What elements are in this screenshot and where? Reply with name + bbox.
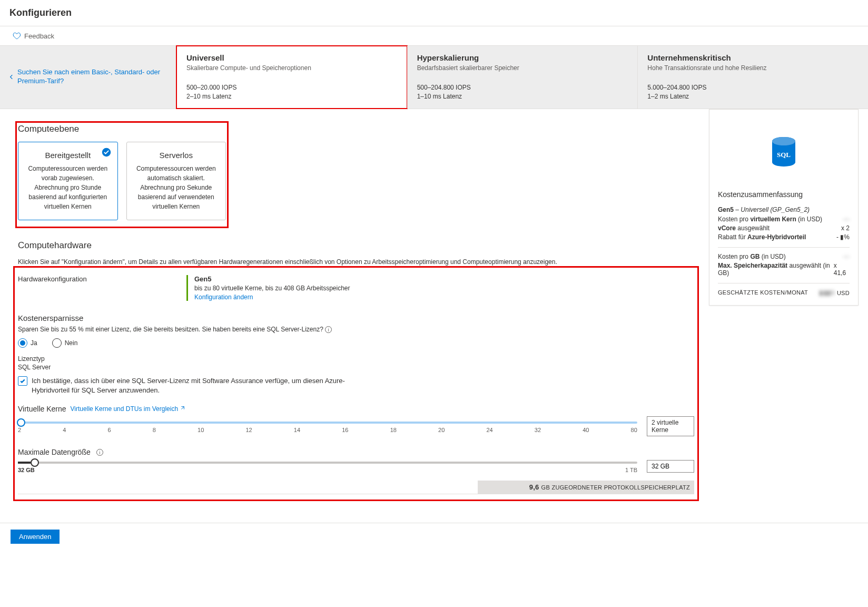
page-title: Konfigurieren [9, 7, 859, 18]
selected-check-icon [102, 148, 111, 157]
tier-spec-iops: 5.000–204.800 IOPS [647, 83, 859, 92]
cost-total: GESCHÄTZTE KOSTEN/MONAT ▮▮▮9USD [718, 289, 850, 297]
sql-database-icon: SQL [770, 136, 798, 168]
radio-nein[interactable]: Nein [52, 338, 78, 348]
page-header: Konfigurieren [0, 0, 868, 26]
tier-spec-latency: 1–2 ms Latenz [647, 92, 859, 101]
tier-title: Hyperskalierung [417, 53, 628, 62]
tier-subtitle: Skalierbare Compute- und Speicheroptione… [186, 64, 398, 72]
license-type-value: SQL Server [18, 364, 694, 371]
hw-spec: bis zu 80 virtuelle Kerne, bis zu 408 GB… [194, 285, 350, 292]
license-type-label: Lizenztyp [18, 355, 694, 363]
compute-hw-desc: Klicken Sie auf "Konfiguration ändern", … [18, 258, 694, 266]
compute-card-line1: Computeressourcen werden vorab zugewiese… [25, 164, 111, 183]
compute-card-line2: Abrechnung pro Sekunde basierend auf ver… [133, 183, 220, 211]
cost-heading: Kostenzusammenfassung [718, 190, 850, 199]
tier-spec-latency: 1–10 ms Latenz [417, 92, 628, 101]
cost-max-storage: Max. Speicherkapazität ausgewählt (in GB… [718, 262, 850, 277]
svg-point-2 [772, 137, 795, 145]
tier-universell[interactable]: Universell Skalierbare Compute- und Spei… [176, 46, 407, 109]
log-allocation-bar: 9,6 GB ZUGEORDNETER PROTOKOLLSPEICHERPLA… [18, 481, 694, 494]
datasize-slider-track[interactable] [18, 462, 637, 464]
cost-per-core: Kosten pro virtuellem Kern (in USD) — [718, 216, 850, 223]
vcores-ticks: 246810121416182024324080 [18, 427, 637, 433]
datasize-ticks: 32 GB 1 TB [18, 467, 637, 473]
vcores-slider-thumb[interactable] [17, 418, 25, 427]
compute-card-line2: Abrechnung pro Stunde basierend auf konf… [25, 183, 111, 211]
info-icon[interactable]: i [96, 449, 103, 456]
hw-config-label: Hardwarekonfiguration [18, 275, 165, 301]
compute-card-serverlos[interactable]: Serverlos Computeressourcen werden autom… [126, 142, 226, 220]
datasize-value-input[interactable] [647, 460, 694, 473]
apply-button[interactable]: Anwenden [11, 530, 60, 544]
tier-hyperskalierung[interactable]: Hyperskalierung Bedarfsbasiert skalierba… [407, 46, 638, 109]
vcores-heading: Virtuelle Kerne [18, 405, 66, 413]
feedback-link[interactable]: Feedback [0, 26, 868, 45]
info-icon[interactable]: i [325, 326, 332, 333]
datasize-heading: Maximale Datengröße [18, 448, 91, 456]
tier-title: Universell [186, 53, 398, 62]
hw-name: Gen5 [194, 275, 350, 283]
confirm-checkbox[interactable] [18, 376, 27, 386]
vcores-compare-link[interactable]: Virtuelle Kerne und DTUs im Vergleich [71, 405, 185, 413]
compute-card-bereitgestellt[interactable]: Bereitgestellt Computeressourcen werden … [18, 142, 118, 220]
svg-text:SQL: SQL [777, 151, 791, 159]
cost-summary-panel: SQL Kostenzusammenfassung Gen5 – Univers… [709, 109, 859, 306]
change-config-link[interactable]: Konfiguration ändern [194, 293, 350, 301]
tier-subtitle: Bedarfsbasiert skalierbarer Speicher [417, 64, 628, 72]
compute-tier-heading: Computeebene [18, 124, 226, 134]
savings-heading: Kostenersparnisse [18, 314, 694, 322]
tier-spec-iops: 500–20.000 IOPS [186, 83, 398, 92]
tier-spec-iops: 500–204.800 IOPS [417, 83, 628, 92]
cost-hybrid-discount: Rabatt für Azure-Hybridvorteil - ▮% [718, 233, 850, 241]
savings-desc: Sparen Sie bis zu 55 % mit einer Lizenz,… [18, 326, 694, 333]
radio-ja-label: Ja [31, 339, 37, 347]
compute-card-line1: Computeressourcen werden automatisch ska… [133, 164, 220, 183]
tier-spec-latency: 2–10 ms Latenz [186, 92, 398, 101]
feedback-label: Feedback [24, 32, 54, 40]
compute-card-title: Serverlos [133, 151, 220, 160]
compute-hw-heading: Computehardware [18, 240, 694, 251]
tier-selector: Suchen Sie nach einem Basic-, Standard- … [0, 45, 868, 109]
datasize-slider-thumb[interactable] [31, 458, 39, 467]
check-icon [19, 378, 26, 384]
tier-unternehmenskritisch[interactable]: Unternehmenskritisch Hohe Transaktionsra… [637, 46, 868, 109]
cost-sku: Gen5 – Universell (GP_Gen5_2) [718, 206, 850, 213]
vcores-slider-track[interactable] [18, 422, 637, 424]
back-link-text: Suchen Sie nach einem Basic-, Standard- … [17, 68, 168, 86]
vcores-value: 2 virtuelle Kerne [647, 416, 694, 436]
cost-per-gb: Kosten pro GB (in USD) — [718, 253, 850, 260]
radio-ja[interactable]: Ja [18, 338, 37, 348]
radio-nein-label: Nein [65, 339, 78, 347]
heart-icon [13, 32, 21, 40]
chevron-left-icon [8, 73, 14, 81]
external-link-icon [180, 406, 185, 411]
tier-title: Unternehmenskritisch [647, 53, 859, 62]
tier-subtitle: Hohe Transaktionsrate und hohe Resilienz [647, 64, 859, 72]
back-link-cell[interactable]: Suchen Sie nach einem Basic-, Standard- … [0, 46, 176, 109]
confirm-text: Ich bestätige, dass ich über eine SQL Se… [32, 376, 358, 395]
cost-vcore-selected: vCore ausgewählt x 2 [718, 224, 850, 232]
compute-card-title: Bereitgestellt [25, 151, 111, 160]
